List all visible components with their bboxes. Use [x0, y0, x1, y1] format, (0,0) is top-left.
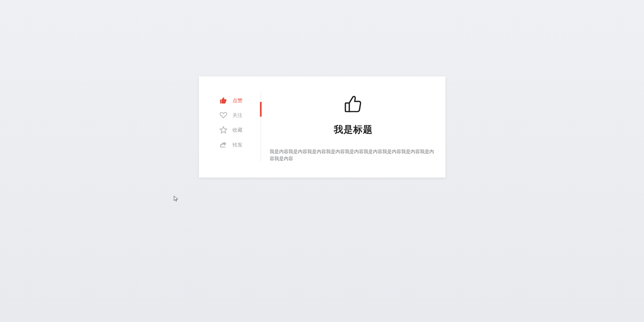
share-icon [219, 140, 228, 149]
tab-favorite[interactable]: 收藏 [219, 123, 261, 137]
mouse-cursor-icon [174, 196, 178, 202]
tab-like-label: 点赞 [232, 98, 243, 104]
thumbs-up-icon [344, 95, 363, 114]
heart-icon [219, 111, 228, 120]
tab-like[interactable]: 点赞 [219, 93, 261, 108]
tabs-divider [261, 92, 261, 162]
tab-follow[interactable]: 关注 [219, 108, 261, 123]
active-tab-indicator [260, 102, 262, 117]
thumbs-up-icon [219, 96, 228, 105]
tab-favorite-label: 收藏 [232, 127, 243, 133]
content-body: 我是内容我是内容我是内容我是内容我是内容我是内容我是内容我是内容我是内容我是内容 [270, 148, 437, 162]
content-panel: 我是标题 我是内容我是内容我是内容我是内容我是内容我是内容我是内容我是内容我是内… [261, 92, 445, 162]
card: 点赞 关注 收藏 转发 [199, 76, 445, 178]
tab-follow-label: 关注 [232, 112, 243, 119]
tabs-column: 点赞 关注 收藏 转发 [199, 92, 261, 162]
tab-share[interactable]: 转发 [219, 137, 261, 152]
content-title: 我是标题 [334, 123, 373, 136]
tab-share-label: 转发 [232, 142, 243, 148]
star-icon [219, 126, 228, 134]
